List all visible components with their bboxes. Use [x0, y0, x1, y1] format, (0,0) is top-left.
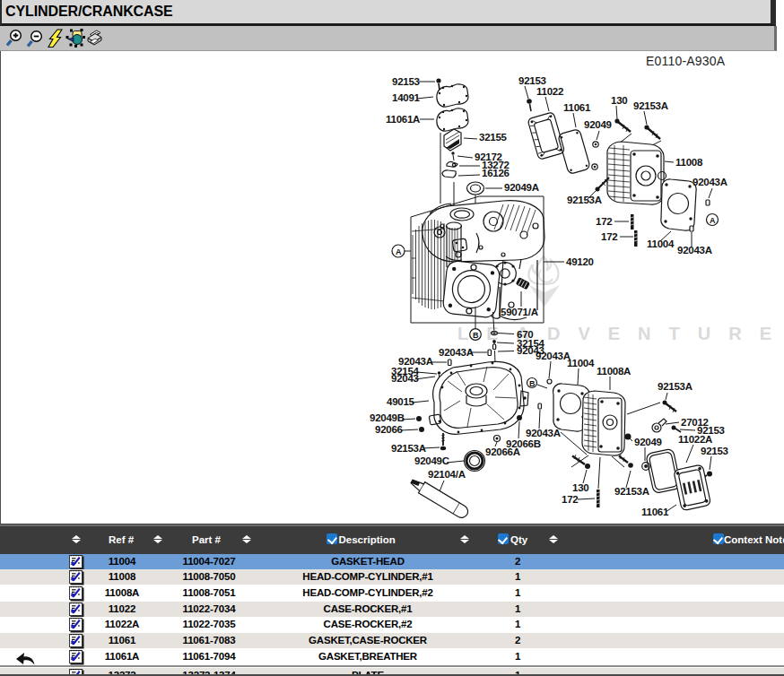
svg-text:59071/A: 59071/A: [501, 307, 538, 317]
svg-text:92066: 92066: [375, 424, 403, 435]
svg-text:49015: 49015: [387, 396, 415, 407]
svg-text:92153A: 92153A: [391, 443, 426, 454]
svg-text:B: B: [473, 331, 479, 340]
svg-text:11061: 11061: [563, 102, 591, 113]
svg-text:49120: 49120: [566, 256, 594, 267]
svg-text:11008A: 11008A: [597, 366, 631, 377]
svg-text:E0110-A930A: E0110-A930A: [646, 54, 726, 68]
svg-text:11061: 11061: [641, 507, 669, 517]
svg-text:92043A: 92043A: [439, 347, 474, 358]
svg-text:92104/A: 92104/A: [428, 469, 466, 480]
svg-text:16126: 16126: [482, 168, 510, 178]
svg-text:92049A: 92049A: [504, 182, 539, 193]
svg-text:11008: 11008: [675, 157, 703, 168]
svg-text:A: A: [710, 216, 716, 225]
svg-text:92049: 92049: [634, 437, 662, 447]
svg-text:11022: 11022: [536, 86, 563, 97]
svg-text:92153: 92153: [518, 75, 546, 86]
svg-text:92153: 92153: [392, 76, 420, 87]
svg-text:172: 172: [596, 216, 612, 227]
svg-text:92043: 92043: [391, 373, 419, 384]
svg-text:11004: 11004: [647, 238, 675, 249]
svg-text:92153A: 92153A: [633, 100, 668, 111]
svg-text:172: 172: [601, 231, 617, 242]
svg-text:92043A: 92043A: [536, 351, 571, 361]
svg-text:92049B: 92049B: [370, 412, 405, 423]
svg-text:92153: 92153: [701, 446, 728, 456]
svg-text:92049: 92049: [584, 119, 612, 130]
svg-text:92043A: 92043A: [398, 356, 433, 367]
svg-text:92043A: 92043A: [526, 428, 561, 438]
svg-text:B: B: [529, 379, 536, 388]
svg-text:92153A: 92153A: [614, 486, 649, 497]
svg-text:92153A: 92153A: [658, 381, 693, 392]
svg-text:172: 172: [562, 494, 578, 505]
svg-text:11004: 11004: [567, 358, 595, 368]
svg-text:A: A: [396, 247, 402, 256]
svg-text:11061A: 11061A: [386, 114, 420, 125]
svg-text:92043A: 92043A: [693, 177, 727, 187]
svg-text:92066A: 92066A: [485, 446, 520, 457]
svg-text:92043A: 92043A: [677, 245, 712, 256]
svg-text:14091: 14091: [392, 92, 421, 103]
svg-text:130: 130: [611, 95, 627, 106]
svg-text:92153A: 92153A: [567, 195, 602, 205]
svg-text:32155: 32155: [479, 132, 508, 143]
svg-text:130: 130: [572, 482, 588, 493]
svg-text:11022A: 11022A: [678, 434, 712, 445]
svg-text:92049C: 92049C: [414, 455, 449, 466]
